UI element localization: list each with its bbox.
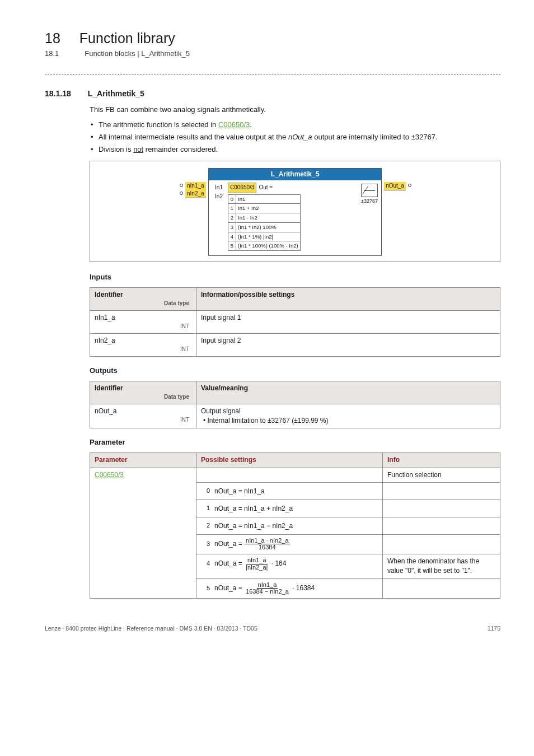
diagram-frame: L_Arithmetik_5 nIn1_a nIn2_a nOut_a In1 … xyxy=(90,161,500,262)
limiter-icon xyxy=(361,184,378,197)
bullet-text: All internal intermediate results and th… xyxy=(99,133,288,141)
opt-text: (In1 * In2) 100% xyxy=(236,222,301,232)
bullet-list: The arithmetic function is selected in C… xyxy=(90,120,500,155)
col-info: Information/possible settings xyxy=(196,288,500,311)
setting-formula: nOut_a = nIn1_a + nIn2_a xyxy=(214,505,378,512)
chapter-heading: 18 Function library xyxy=(45,28,500,48)
info-cell: Input signal 2 xyxy=(196,333,500,356)
port-out: nOut_a xyxy=(384,182,406,191)
subsection-title: Function blocks | L_Arithmetik_5 xyxy=(85,49,190,59)
output-line: • Internal limitation to ±32767 (±199.99… xyxy=(201,416,495,426)
setting-index: 1 xyxy=(201,502,214,515)
info-cell xyxy=(383,500,500,517)
outputs-table: Identifier Data type Value/meaning nOut_… xyxy=(90,381,500,429)
in-label: In2 xyxy=(212,193,226,201)
divider xyxy=(45,74,500,74)
bullet-text: Division is xyxy=(99,145,133,153)
info-cell xyxy=(383,482,500,500)
subsection-number: 18.1 xyxy=(45,49,59,59)
identifier-name: nIn1_a xyxy=(95,313,191,323)
fb-title: L_Arithmetik_5 xyxy=(209,169,381,180)
col-value: Value/meaning xyxy=(196,381,500,404)
table-row: nIn1_aINT Input signal 1 xyxy=(90,310,500,333)
page-number: 1175 xyxy=(488,624,500,633)
options-table: 0In1 1In1 + In2 2In1 - In2 3(In1 * In2) … xyxy=(228,194,301,251)
subsection-heading: 18.1 Function blocks | L_Arithmetik_5 xyxy=(45,49,500,59)
opt-text: (In1 * 100%) (100% - In2) xyxy=(236,241,301,251)
limiter-value: ±32767 xyxy=(361,198,378,205)
setting-formula: nOut_a = nIn1_a xyxy=(214,487,378,495)
setting-index: 4 xyxy=(201,557,214,571)
port-circle-icon xyxy=(408,184,411,187)
parameter-heading: Parameter xyxy=(90,437,500,448)
chapter-number: 18 xyxy=(45,28,60,48)
identifier-name: nOut_a xyxy=(95,407,191,416)
inputs-table: Identifier Data type Information/possibl… xyxy=(90,287,500,357)
datatype: INT xyxy=(95,323,191,331)
setting-formula: nOut_a = nIn1_a|nIn2_a| · 164 xyxy=(214,557,378,571)
chapter-title: Function library xyxy=(79,28,175,48)
section-heading: 18.1.18 L_Arithmetik_5 xyxy=(45,88,500,99)
list-item: Division is not remainder considered. xyxy=(90,144,500,155)
page-footer: Lenze · 8400 protec HighLine · Reference… xyxy=(45,624,500,633)
info-cell xyxy=(383,534,500,554)
inputs-heading: Inputs xyxy=(90,272,500,283)
col-datatype-label: Data type xyxy=(95,300,191,308)
output-line: Output signal xyxy=(201,407,495,416)
list-item: The arithmetic function is selected in C… xyxy=(90,120,500,130)
table-row: nIn2_aINT Input signal 2 xyxy=(90,333,500,356)
opt-index: 4 xyxy=(228,232,236,241)
datatype: INT xyxy=(95,346,191,354)
outputs-heading: Outputs xyxy=(90,366,500,376)
italic-term: nOut_a xyxy=(288,133,312,141)
setting-formula: nOut_a = nIn1_a16384 − nIn2_a · 16384 xyxy=(214,581,378,596)
bullet-text: The arithmetic function is selected in xyxy=(99,120,218,129)
table-row: C00650/3 Function selection xyxy=(90,468,500,482)
col-identifier: Identifier xyxy=(95,290,191,300)
param-code-link[interactable]: C00650/3 xyxy=(95,471,124,479)
parameter-table: Parameter Possible settings Info C00650/… xyxy=(90,452,500,599)
opt-text: (In1 * 1%) |In2| xyxy=(236,232,301,241)
opt-text: In1 + In2 xyxy=(236,204,301,213)
col-info: Info xyxy=(383,453,500,468)
setting-index: 3 xyxy=(201,537,214,552)
footer-left: Lenze · 8400 protec HighLine · Reference… xyxy=(45,624,257,633)
out-equals-label: Out = xyxy=(259,184,273,192)
function-selection-label: Function selection xyxy=(383,468,500,482)
identifier-name: nIn2_a xyxy=(95,336,191,346)
underlined-term: not xyxy=(133,145,143,153)
port-circle-icon xyxy=(180,184,183,187)
list-item: All internal intermediate results and th… xyxy=(90,132,500,143)
bullet-text: output are internally limited to ±32767. xyxy=(312,133,438,141)
port-circle-icon xyxy=(180,192,183,195)
function-block-box: L_Arithmetik_5 nIn1_a nIn2_a nOut_a In1 … xyxy=(208,168,382,256)
opt-index: 2 xyxy=(228,213,236,223)
info-cell xyxy=(383,517,500,534)
opt-index: 0 xyxy=(228,194,236,204)
opt-text: In1 - In2 xyxy=(236,213,301,223)
setting-index: 2 xyxy=(201,520,214,532)
opt-index: 5 xyxy=(228,241,236,251)
setting-formula: nOut_a = nIn1_a − nIn2_a xyxy=(214,522,378,530)
bullet-text: . xyxy=(250,120,252,129)
info-cell: When the denominator has the value "0", … xyxy=(383,554,500,579)
diagram-code: C00650/3 xyxy=(228,183,256,193)
setting-index: 5 xyxy=(201,581,214,596)
col-possible: Possible settings xyxy=(196,453,383,468)
info-cell: Output signal • Internal limitation to ±… xyxy=(196,404,500,428)
section-title: L_Arithmetik_5 xyxy=(88,88,144,99)
datatype: INT xyxy=(95,416,191,424)
setting-index: 0 xyxy=(201,485,214,497)
port-in2: nIn2_a xyxy=(185,190,206,199)
section-number: 18.1.18 xyxy=(45,88,71,99)
info-cell: Input signal 1 xyxy=(196,310,500,333)
col-parameter: Parameter xyxy=(90,453,196,468)
code-link[interactable]: C00650/3 xyxy=(218,120,250,129)
col-datatype-label: Data type xyxy=(95,393,191,402)
opt-text: In1 xyxy=(236,194,301,204)
intro-text: This FB can combine two analog signals a… xyxy=(90,105,500,115)
bullet-text: remainder considered. xyxy=(143,145,218,153)
col-identifier: Identifier xyxy=(95,384,191,393)
opt-index: 1 xyxy=(228,204,236,213)
table-row: nOut_aINT Output signal • Internal limit… xyxy=(90,404,500,428)
